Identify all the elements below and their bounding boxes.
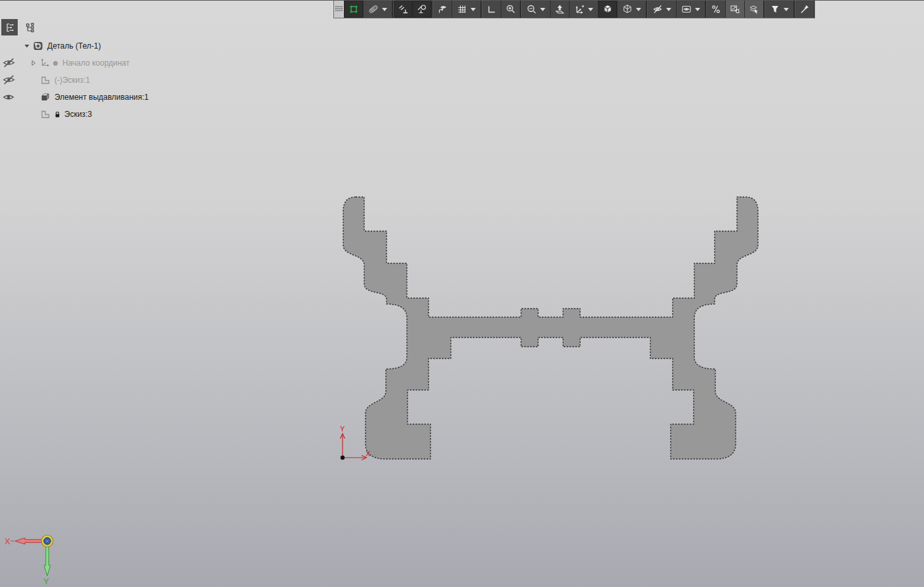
parallel-constraints-icon (398, 4, 408, 14)
origin-bullet-icon (53, 61, 58, 66)
grid-button[interactable] (452, 1, 481, 18)
sketch-origin-x-label: X (366, 450, 371, 458)
tree-item-sketch-2[interactable]: (-)Эскиз:1 (22, 72, 149, 89)
image-view-button[interactable] (726, 1, 745, 18)
origin-icon (39, 58, 51, 69)
normal-to-button[interactable] (551, 1, 570, 18)
sketch-origin-point[interactable] (341, 456, 345, 460)
tree-item-label: Эскиз:3 (64, 110, 92, 119)
visibility-visible-icon[interactable] (3, 92, 16, 102)
filter-button[interactable] (765, 1, 794, 18)
normal-to-icon (555, 4, 565, 14)
dropdown-arrow-icon[interactable] (695, 8, 700, 11)
tree-item-label: (-)Эскиз:1 (54, 76, 90, 85)
coil-3d-icon (368, 4, 379, 14)
tree-item-sketch-4[interactable]: Эскиз:3 (22, 106, 149, 123)
lock-icon (53, 110, 62, 119)
tree-composition-tab[interactable] (22, 19, 38, 35)
sketch-origin-y-label: Y (340, 425, 345, 433)
parallel-constraints-button[interactable] (394, 1, 413, 18)
tree-composition-icon (25, 22, 35, 33)
expander-open-icon[interactable] (22, 42, 31, 51)
touch-rotate-button[interactable] (745, 1, 764, 18)
visibility-hidden-icon[interactable] (3, 58, 16, 68)
image-view-icon (730, 4, 740, 14)
visibility-hidden-icon[interactable] (3, 75, 16, 85)
right-angle-snap-icon (486, 4, 497, 14)
shaded-view-button[interactable] (598, 1, 618, 18)
show-objects-icon (681, 4, 692, 14)
dropdown-arrow-icon[interactable] (471, 8, 476, 11)
drag-grip-icon (334, 4, 345, 14)
orientation-axes-button[interactable] (570, 1, 598, 18)
application-window: { "toolbar": { "background": "#3c3c3c", … (0, 0, 924, 587)
tree-structure-icon (5, 22, 15, 33)
orientation-axes-icon (574, 4, 585, 14)
triad-y-axis-arrow (44, 546, 51, 576)
grid-icon (457, 4, 467, 14)
zoom-area-icon (526, 4, 537, 14)
dropdown-arrow-icon[interactable] (666, 8, 671, 11)
dropdown-arrow-icon[interactable] (636, 8, 641, 11)
expander-closed-icon[interactable] (29, 59, 37, 68)
zoom-in-icon (505, 4, 516, 14)
sketch-icon (40, 75, 51, 86)
split-display-button[interactable] (707, 1, 726, 18)
constraints-browse-button[interactable] (413, 1, 432, 18)
show-objects-button[interactable] (677, 1, 705, 18)
coil-3d-button[interactable] (364, 1, 392, 18)
wireframe-view-button[interactable] (618, 1, 646, 18)
sketch-mode-icon (348, 4, 359, 14)
hide-objects-icon (652, 4, 663, 14)
tree-item-origin-1[interactable]: Начало координат (22, 54, 149, 72)
tree-structure-tab[interactable] (1, 19, 18, 35)
drag-grip-button[interactable] (334, 1, 345, 18)
hide-objects-button[interactable] (648, 1, 677, 18)
tree-item-label: Начало координат (62, 58, 130, 68)
dropdown-arrow-icon[interactable] (382, 8, 387, 11)
tree-item-part[interactable]: Деталь (Тел-1) (22, 37, 149, 54)
triad-x-label: X (5, 536, 10, 546)
sketch-icon (40, 109, 51, 120)
dropdown-arrow-icon[interactable] (540, 8, 545, 11)
wireframe-view-icon (622, 4, 633, 14)
split-display-icon (711, 4, 721, 14)
relations-view-icon (437, 4, 448, 14)
view-toolbar (333, 1, 815, 18)
world-orientation-triad: X Y (5, 535, 53, 586)
part-icon (33, 41, 44, 52)
triad-y-label: Y (43, 576, 49, 586)
right-angle-snap-button[interactable] (482, 1, 501, 18)
model-tree: Деталь (Тел-1)Начало координат(-)Эскиз:1… (22, 37, 149, 123)
zoom-in-button[interactable] (501, 1, 520, 18)
sketch-profile[interactable] (343, 197, 758, 459)
extrude-icon (40, 92, 51, 103)
constraints-browse-icon (417, 4, 427, 14)
sketch-mode-button[interactable] (345, 1, 364, 18)
relations-view-button[interactable] (433, 1, 452, 18)
tree-item-label: Элемент выдавливания:1 (54, 93, 149, 102)
tree-item-extrude-3[interactable]: Элемент выдавливания:1 (22, 89, 149, 106)
filter-icon (770, 4, 780, 14)
dropdown-arrow-icon[interactable] (784, 8, 789, 11)
eyedropper-icon (799, 4, 810, 14)
eyedropper-button[interactable] (795, 1, 814, 18)
zoom-area-button[interactable] (522, 1, 551, 18)
touch-rotate-icon (749, 4, 759, 14)
tree-item-label: Деталь (Тел-1) (47, 41, 101, 51)
tree-tab-bar (1, 19, 38, 35)
shaded-view-icon (602, 4, 613, 14)
dropdown-arrow-icon[interactable] (588, 8, 593, 11)
triad-x-axis-arrow (15, 538, 45, 544)
